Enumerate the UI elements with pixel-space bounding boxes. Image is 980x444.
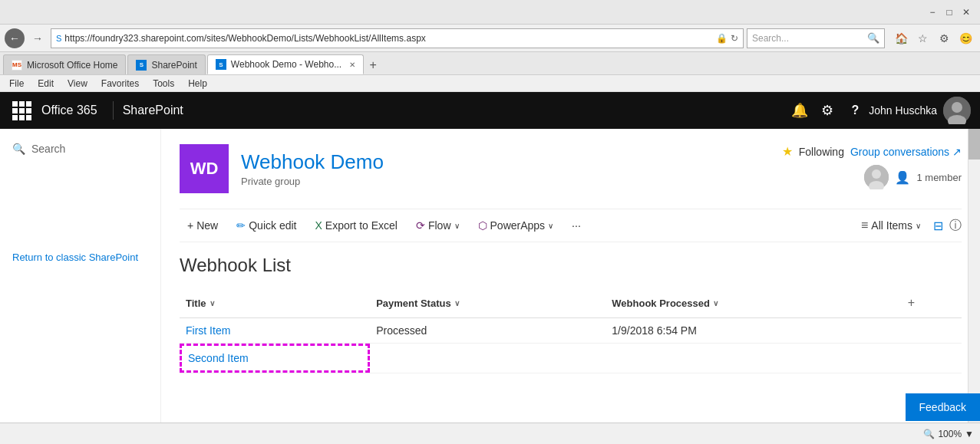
- minimize-button[interactable]: −: [925, 5, 940, 20]
- menu-view[interactable]: View: [61, 77, 94, 90]
- site-header-right: ★ Following Group conversations ↗ 👤 1 me…: [782, 144, 962, 189]
- return-to-classic-link[interactable]: Return to classic SharePoint: [0, 160, 160, 269]
- avatar-icon: [943, 97, 971, 124]
- settings-icon[interactable]: ⚙: [934, 28, 954, 48]
- zoom-indicator: 🔍 100% ▼: [923, 429, 974, 439]
- member-person-icon: 👤: [895, 170, 910, 185]
- waffle-icon: [12, 101, 31, 120]
- view-icon: ≡: [861, 219, 868, 232]
- all-items-button[interactable]: ≡ All Items ∨: [855, 215, 927, 235]
- address-refresh-icon[interactable]: ↻: [731, 33, 738, 44]
- browser-titlebar: − □ ✕: [0, 0, 980, 25]
- powerapps-icon: ⬡: [478, 219, 487, 232]
- browser-search-bar[interactable]: Search... 🔍: [747, 28, 885, 48]
- browser-search-text: Search...: [752, 33, 864, 44]
- filter-funnel-icon[interactable]: ⊟: [933, 219, 943, 233]
- site-logo: WD Webhook Demo Private group: [180, 144, 384, 193]
- flow-icon: ⟳: [416, 219, 425, 232]
- address-bar[interactable]: S https://foundry323.sharepoint.com/site…: [51, 28, 744, 48]
- page-layout: 🔍 Search Return to classic SharePoint WD…: [0, 129, 980, 444]
- tab-sp[interactable]: S SharePoint: [127, 54, 205, 74]
- new-tab-button[interactable]: +: [364, 56, 382, 74]
- tab-ms-label: Microsoft Office Home: [27, 60, 117, 71]
- table-row: Second Item: [180, 344, 962, 373]
- row1-extra: [899, 318, 962, 344]
- status-bar: 🔍 100% ▼: [0, 423, 980, 444]
- browser-search-icon: 🔍: [867, 32, 879, 44]
- star-icon: ★: [782, 144, 793, 159]
- feedback-button[interactable]: Feedback: [906, 393, 980, 421]
- title-sort-icon[interactable]: ∨: [210, 299, 215, 308]
- tab-ms-favicon: MS: [12, 60, 22, 71]
- notification-icon[interactable]: 🔔: [786, 97, 813, 124]
- row1-payment-status: Processed: [370, 318, 605, 344]
- more-icon: ···: [572, 219, 581, 232]
- col-header-payment: Payment Status ∨: [370, 288, 605, 318]
- powerapps-button[interactable]: ⬡ PowerApps ∨: [470, 216, 562, 235]
- favorites-icon[interactable]: ☆: [912, 28, 932, 48]
- browser-tabs: MS Microsoft Office Home S SharePoint S …: [0, 52, 980, 75]
- row2-extra: [899, 344, 962, 373]
- search-icon: 🔍: [12, 143, 25, 155]
- main-content: WD Webhook Demo Private group ★ Followin…: [161, 129, 980, 444]
- list-table: Title ∨ Payment Status ∨: [180, 288, 962, 373]
- menu-file[interactable]: File: [3, 77, 30, 90]
- back-button[interactable]: ←: [5, 28, 25, 48]
- export-button[interactable]: X Export to Excel: [307, 216, 405, 235]
- browser-toolbar: ← → S https://foundry323.sharepoint.com/…: [0, 25, 980, 52]
- list-content: Webhook List Title ∨ Payment Status: [180, 255, 962, 373]
- help-question-icon[interactable]: ?: [841, 97, 869, 124]
- o365-app-name: Office 365: [41, 104, 97, 117]
- site-subtitle: Private group: [241, 176, 384, 187]
- waffle-button[interactable]: [9, 98, 34, 123]
- following-row: ★ Following Group conversations ↗: [782, 144, 962, 159]
- site-logo-icon: WD: [180, 144, 229, 193]
- add-column-button[interactable]: +: [905, 293, 918, 313]
- flow-button[interactable]: ⟳ Flow ∨: [408, 216, 467, 235]
- menu-edit[interactable]: Edit: [31, 77, 60, 90]
- o365-site-name: SharePoint: [123, 104, 183, 117]
- selected-item-highlight: Second Item: [180, 344, 370, 373]
- maximize-button[interactable]: □: [942, 5, 957, 20]
- export-icon: X: [315, 219, 322, 232]
- forward-button[interactable]: →: [28, 28, 48, 48]
- close-button[interactable]: ✕: [959, 5, 974, 20]
- list-toolbar: + New ✏ Quick edit X Export to Excel ⟳ F…: [180, 209, 962, 242]
- zoom-arrow-icon[interactable]: ▼: [965, 429, 974, 439]
- site-header: WD Webhook Demo Private group ★ Followin…: [180, 144, 962, 193]
- tab-sp-label: SharePoint: [151, 60, 196, 71]
- list-table-header: Title ∨ Payment Status ∨: [180, 288, 962, 318]
- scrollbar-thumb[interactable]: [968, 129, 980, 160]
- o365-divider: [113, 101, 114, 120]
- svg-point-1: [952, 102, 962, 113]
- payment-sort-icon[interactable]: ∨: [454, 299, 460, 308]
- row1-title[interactable]: First Item: [180, 318, 370, 344]
- left-nav: 🔍 Search Return to classic SharePoint: [0, 129, 161, 444]
- list-table-body: First Item Processed 1/9/2018 6:54 PM Se…: [180, 318, 962, 373]
- new-button[interactable]: + New: [180, 216, 226, 235]
- user-avatar[interactable]: [943, 97, 971, 124]
- tab-wh-close[interactable]: ✕: [349, 61, 355, 69]
- new-plus-icon: +: [187, 219, 193, 232]
- site-logo-text: Webhook Demo Private group: [241, 150, 384, 187]
- smiley-icon[interactable]: 😊: [955, 28, 975, 48]
- menu-bar: File Edit View Favorites Tools Help: [0, 75, 980, 92]
- settings-gear-icon[interactable]: ⚙: [813, 97, 841, 124]
- more-button[interactable]: ···: [564, 216, 589, 235]
- site-title: Webhook Demo: [241, 150, 384, 174]
- quick-edit-button[interactable]: ✏ Quick edit: [229, 216, 304, 235]
- zoom-level: 100%: [938, 429, 962, 439]
- webhook-sort-icon[interactable]: ∨: [713, 299, 718, 308]
- menu-tools[interactable]: Tools: [147, 77, 180, 90]
- user-name: John Huschka: [869, 104, 937, 117]
- tab-wh[interactable]: S Webhook Demo - Webho... ✕: [207, 54, 364, 74]
- menu-favorites[interactable]: Favorites: [95, 77, 145, 90]
- info-circle-icon[interactable]: ⓘ: [949, 218, 962, 234]
- browser-toolbar-icons: 🏠 ☆ ⚙ 😊: [891, 28, 975, 48]
- home-icon[interactable]: 🏠: [891, 28, 911, 48]
- export-label: Export to Excel: [325, 219, 398, 232]
- tab-ms[interactable]: MS Microsoft Office Home: [3, 54, 126, 74]
- group-conversations-link[interactable]: Group conversations ↗: [850, 146, 962, 158]
- search-link[interactable]: 🔍 Search: [0, 138, 160, 160]
- menu-help[interactable]: Help: [182, 77, 213, 90]
